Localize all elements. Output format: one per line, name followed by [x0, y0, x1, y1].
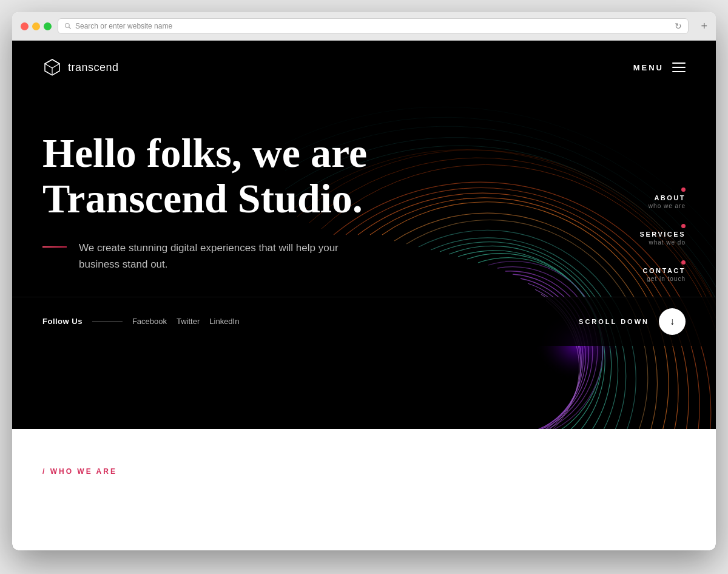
side-nav-sublabel-contact: get in touch — [647, 275, 686, 282]
browser-dots — [21, 22, 52, 30]
hero-description-text: We create stunning digital experiences t… — [79, 240, 358, 272]
side-nav-dot-services — [681, 224, 686, 228]
menu-label: MENU — [633, 63, 664, 72]
description-line-decoration — [42, 246, 67, 248]
address-placeholder: Search or enter website name — [75, 22, 172, 30]
side-nav-sublabel-services: what we do — [649, 239, 686, 246]
new-tab-button[interactable]: + — [701, 20, 707, 33]
site-content: transcend MENU Hello folks, we are Trans… — [12, 41, 716, 550]
menu-button[interactable]: MENU — [633, 62, 686, 72]
side-navigation: ABOUT who we are SERVICES what we do CON… — [640, 187, 686, 282]
hero-content: Hello folks, we are Transcend Studio. We… — [12, 94, 716, 297]
social-links: Facebook Twitter LinkedIn — [132, 317, 240, 326]
scroll-down-label: SCROLL DOWN — [579, 318, 649, 325]
hero-description: We create stunning digital experiences t… — [42, 240, 358, 272]
logo-icon — [42, 58, 62, 77]
scroll-section: SCROLL DOWN ↓ — [579, 308, 686, 335]
arrow-down-icon: ↓ — [670, 316, 675, 327]
follow-us-label: Follow Us — [42, 317, 83, 326]
social-link-twitter[interactable]: Twitter — [177, 317, 200, 326]
address-bar[interactable]: Search or enter website name ↻ — [58, 18, 689, 34]
svg-marker-4 — [45, 59, 59, 68]
refresh-icon[interactable]: ↻ — [675, 21, 682, 31]
side-nav-sublabel-about: who we are — [649, 203, 686, 209]
logo-text: transcend — [68, 61, 119, 74]
hero-section: transcend MENU Hello folks, we are Trans… — [12, 41, 716, 429]
side-nav-item-about[interactable]: ABOUT who we are — [640, 187, 686, 209]
hamburger-icon — [672, 62, 686, 72]
side-nav-dot-contact — [681, 260, 686, 265]
side-nav-dot-about — [681, 187, 686, 192]
hero-title-line1: Hello folks, we are — [42, 130, 367, 176]
follow-divider — [92, 321, 123, 322]
browser-window: Search or enter website name ↻ + — [12, 12, 716, 550]
section-tag-who-we-are: / WHO WE ARE — [42, 467, 117, 476]
follow-section: Follow Us Facebook Twitter LinkedIn — [42, 317, 239, 326]
white-section: / WHO WE ARE — [12, 429, 716, 550]
side-nav-label-contact: CONTACT — [643, 267, 686, 274]
browser-chrome: Search or enter website name ↻ + — [12, 12, 716, 41]
maximize-button-dot[interactable] — [44, 22, 52, 30]
social-link-linkedin[interactable]: LinkedIn — [209, 317, 239, 326]
side-nav-label-services: SERVICES — [640, 231, 686, 238]
svg-line-1 — [69, 27, 71, 29]
main-nav: transcend MENU — [12, 41, 716, 94]
search-icon — [64, 22, 72, 30]
hero-footer: Follow Us Facebook Twitter LinkedIn SCRO… — [12, 297, 716, 346]
side-nav-label-about: ABOUT — [654, 194, 686, 201]
scroll-down-button[interactable]: ↓ — [659, 308, 686, 335]
hero-title-line2: Transcend Studio. — [42, 175, 363, 221]
close-button-dot[interactable] — [21, 22, 29, 30]
hero-title: Hello folks, we are Transcend Studio. — [42, 130, 406, 221]
side-nav-item-contact[interactable]: CONTACT get in touch — [640, 260, 686, 282]
minimize-button-dot[interactable] — [32, 22, 40, 30]
side-nav-item-services[interactable]: SERVICES what we do — [640, 224, 686, 246]
logo-link[interactable]: transcend — [42, 58, 119, 77]
social-link-facebook[interactable]: Facebook — [132, 317, 167, 326]
